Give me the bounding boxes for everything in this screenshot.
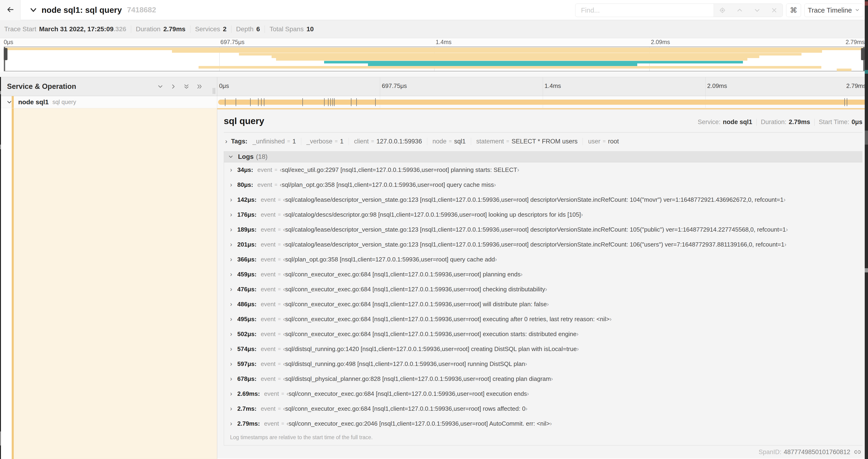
collapse-all-icon[interactable] [183,83,190,90]
log-timestamp: 476μs: [237,286,256,293]
log-timestamp: 678μs: [237,375,256,383]
open-quote: ‹ [283,196,285,203]
minimap-tick-labels: 0μs697.75μs1.4ms2.09ms2.79ms [4,39,865,46]
collapse-one-icon[interactable] [157,83,164,90]
log-field-value: ‹sql/exec_util.go:2297 [nsql1,client=127… [280,166,519,173]
tag-value: 1 [340,138,343,145]
log-expand-icon: › [230,286,232,293]
log-equals: = [278,331,281,337]
find-prev-icon[interactable] [736,7,743,13]
summary-label: Trace Start [4,25,36,33]
trace-summary-bar: Trace StartMarch 31 2022, 17:25:09.326Du… [0,20,868,38]
log-timestamp: 502μs: [237,330,256,338]
log-field-key: event [260,241,276,248]
span-bar-track[interactable] [217,96,868,108]
view-selector-button[interactable]: Trace Timeline [804,3,863,17]
deep-link-icon[interactable] [854,449,861,456]
open-quote: ‹ [283,256,285,263]
log-equals: = [278,361,281,367]
find-clear-icon[interactable] [771,7,777,13]
span-id-label: SpanID: [758,449,781,456]
command-icon: ⌘ [790,6,797,15]
log-equals: = [278,406,281,412]
tag-item: _unfinished=1 [252,138,301,145]
log-entry[interactable]: ›2.7ms:event=‹sql/conn_executor_exec.go:… [224,401,862,416]
log-equals: = [278,346,281,352]
summary-divider [265,25,265,33]
start-time-label: Start Time: [819,119,849,126]
detail-operation-title: sql query [224,116,264,126]
expand-all-icon[interactable] [196,83,203,90]
log-timestamp: 2.7ms: [237,405,256,412]
view-selector-label: Trace Timeline [808,6,852,14]
tag-value: SELECT * FROM users [512,138,578,145]
minimap-span-bar [4,47,864,50]
find-input[interactable] [576,4,714,17]
log-equals: = [278,212,281,217]
span-duration-bar[interactable] [218,100,867,105]
log-entry[interactable]: ›476μs:event=‹sql/conn_executor_exec.go:… [224,282,862,297]
log-field-value: ‹sql/distsql_physical_planner.go:828 [ns… [283,375,553,383]
log-timestamp: 142μs: [237,196,256,203]
log-field-value: ‹sql/conn_executor_exec.go:684 [nsql1,cl… [283,271,522,278]
log-entry[interactable]: ›678μs:event=‹sql/distsql_physical_plann… [224,371,862,386]
locate-icon[interactable] [719,7,726,13]
collapse-trace-chevron-icon[interactable] [29,6,37,14]
keyboard-shortcuts-button[interactable]: ⌘ [786,3,801,17]
tag-key: _verbose [306,138,332,145]
span-detail-card: sql query Service: node sql1 Duration: 2… [217,108,868,459]
close-quote: › [610,316,612,323]
log-entry[interactable]: ›366μs:event=‹sql/plan_opt.go:358 [nsql1… [224,252,862,267]
log-entry[interactable]: ›2.79ms:event=‹sql/conn_executor_exec.go… [224,416,862,431]
log-entry[interactable]: ›502μs:event=‹sql/conn_executor_exec.go:… [224,327,862,341]
span-service-name: node sql1 [18,98,49,106]
service-color-strip [12,108,14,459]
find-next-icon[interactable] [754,7,761,13]
log-entry[interactable]: ›2.69ms:event=‹sql/conn_executor_exec.go… [224,386,862,401]
back-button[interactable] [0,0,21,20]
log-field-value: ‹sql/catalog/descs/descriptor.go:98 [nsq… [283,211,583,218]
column-resize-handle[interactable] [213,88,215,94]
log-entry[interactable]: ›486μs:event=‹sql/conn_executor_exec.go:… [224,297,862,312]
log-expand-icon: › [230,271,232,278]
summary-divider [131,25,131,33]
minimap-right-handle[interactable] [863,47,864,71]
log-expand-icon: › [230,226,232,233]
minimap-left-handle[interactable] [4,47,5,71]
close-quote: › [551,375,553,382]
span-row[interactable]: node sql1 sql query [0,96,868,108]
log-entry[interactable]: ›574μs:event=‹sql/distsql_running.go:142… [224,341,862,356]
minimap-span-bar [239,53,802,56]
minimap-span-bar [198,66,822,69]
find-icon-group [714,4,783,17]
tag-item: client=127.0.0.1:59936 [349,138,427,145]
log-entry[interactable]: ›597μs:event=‹sql/distsql_running.go:498… [224,356,862,371]
log-entry[interactable]: ›201μs:event=‹sql/catalog/lease/descript… [224,237,862,252]
minimap-span-bar [368,63,637,66]
log-entry[interactable]: ›142μs:event=‹sql/catalog/lease/descript… [224,192,862,207]
expand-one-icon[interactable] [170,83,177,90]
log-entry[interactable]: ›459μs:event=‹sql/conn_executor_exec.go:… [224,267,862,282]
logs-header[interactable]: Logs (18) [224,151,862,162]
log-timestamp: 80μs: [237,181,253,189]
tag-item: node=sql1 [427,138,471,145]
minimap-canvas[interactable] [4,47,865,71]
span-operation-name: sql query [53,99,76,105]
log-entry[interactable]: ›176μs:event=‹sql/catalog/descs/descript… [224,207,862,222]
log-entries: ›34μs:event=‹sql/exec_util.go:2297 [nsql… [224,162,862,431]
tag-key: node [432,138,446,145]
log-entry[interactable]: ›34μs:event=‹sql/exec_util.go:2297 [nsql… [224,162,862,177]
log-entry[interactable]: ›80μs:event=‹sql/plan_opt.go:358 [nsql1,… [224,177,862,192]
logs-label: Logs [238,153,254,160]
timeline-ticks-header: 0μs697.75μs1.4ms2.09ms2.79ms [217,77,868,96]
tags-expand-icon[interactable]: › [225,138,227,145]
timeline-tick-label: 2.79ms [846,82,866,90]
tag-value: root [608,138,619,145]
close-quote: › [783,196,786,203]
minimap-span-bar [324,61,743,63]
span-row-name-column: node sql1 sql query [0,96,217,108]
log-entry[interactable]: ›495μs:event=‹sql/conn_executor_exec.go:… [224,312,862,327]
logs-collapse-icon [228,154,234,160]
log-entry[interactable]: ›189μs:event=‹sql/catalog/lease/descript… [224,222,862,237]
log-marker [847,98,847,106]
